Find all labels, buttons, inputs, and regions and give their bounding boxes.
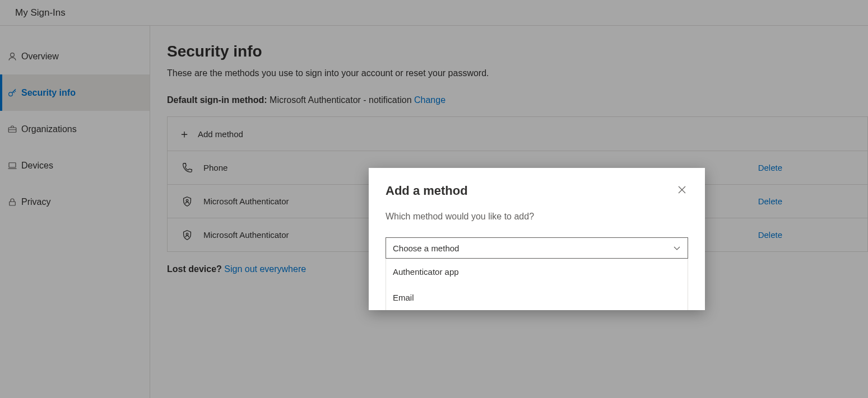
method-select[interactable]: Choose a method — [386, 237, 688, 259]
method-options: Authenticator app Email — [386, 259, 688, 310]
add-method-dialog: Add a method Which method would you like… — [369, 168, 705, 310]
option-authenticator-app[interactable]: Authenticator app — [386, 259, 688, 284]
close-button[interactable] — [676, 184, 688, 196]
dialog-subtitle: Which method would you like to add? — [386, 212, 688, 222]
option-label: Email — [393, 293, 414, 302]
option-label: Authenticator app — [393, 267, 459, 277]
dialog-title: Add a method — [386, 184, 468, 198]
option-email[interactable]: Email — [386, 284, 688, 310]
close-icon — [678, 186, 686, 194]
chevron-down-icon — [673, 244, 681, 252]
select-placeholder: Choose a method — [393, 244, 459, 253]
